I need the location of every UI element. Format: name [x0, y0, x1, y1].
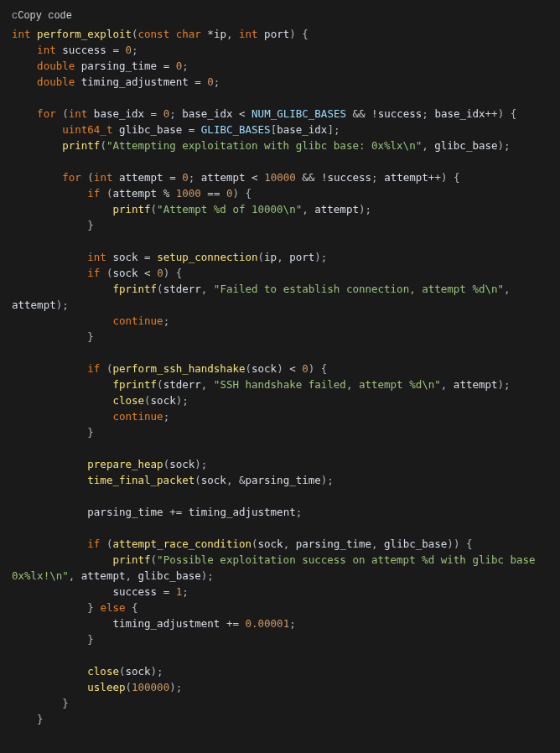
copy-label: Copy code — [18, 10, 72, 22]
code-viewer: Copy code int perform_exploit(const char… — [0, 0, 560, 735]
source-code: int perform_exploit(const char *ip, int … — [12, 26, 548, 727]
copy-code-button[interactable]: Copy code — [12, 8, 560, 24]
